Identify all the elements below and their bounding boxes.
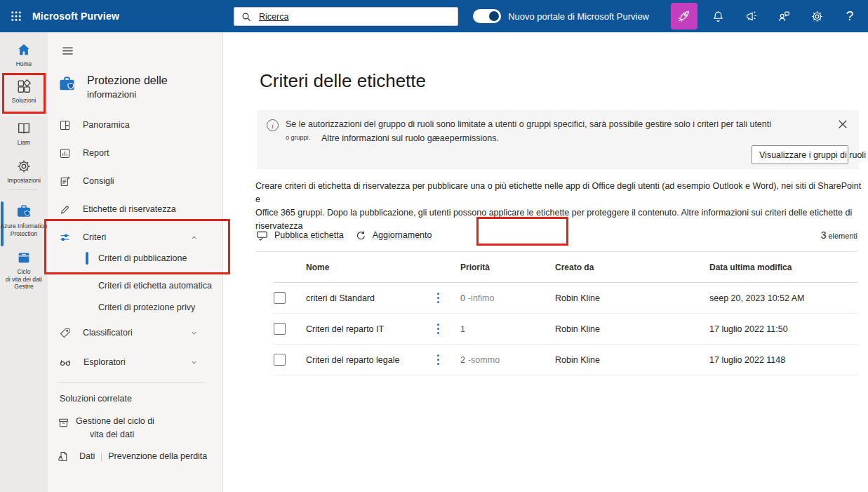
sidebar-item-label: Criteri [83, 232, 106, 242]
view-role-groups-button[interactable]: Visualizzare i gruppi di ruoli [752, 145, 848, 164]
recommendations-icon [59, 175, 71, 187]
created-by: Robin Kline [555, 324, 709, 334]
sidebar-divider [58, 383, 204, 383]
megaphone-icon [745, 10, 758, 23]
banner-text-line2: o gruppi.Altre informazioni sul ruolo gæ… [286, 133, 499, 143]
sidebar-item-gestione-ciclo-vita[interactable]: Gestione del ciclo di vita dei dati [48, 415, 222, 441]
row-actions-icon[interactable] [436, 324, 460, 334]
banner-text-small: o gruppi. [286, 134, 310, 141]
last-modified: seep 20, 2023 10:52 AM [709, 293, 857, 303]
created-by: Robin Kline [555, 355, 709, 365]
rail-item-impostazioni[interactable]: Impostazioni [0, 159, 48, 185]
sidebar-item-criteri-etichetta-automatica[interactable]: Criteri di etichetta automatica [48, 274, 222, 298]
sidebar-item-label: vita dei dati [76, 428, 154, 441]
rail-item-azure-information-protection[interactable]: Azure Information Protection [0, 203, 48, 237]
row-checkbox[interactable] [274, 354, 286, 366]
row-actions-icon[interactable] [436, 293, 460, 303]
sidebar-item-label: Etichette di riservatezza [83, 204, 176, 214]
feedback-button[interactable] [771, 4, 796, 29]
box-icon [16, 250, 32, 265]
sidebar-item-label: Prevenzione della perdita [108, 450, 207, 463]
gear-icon [810, 10, 824, 23]
policy-name[interactable]: Criteri del reparto legale [306, 355, 436, 365]
sidebar-item-classificatori[interactable]: Classificatori [48, 319, 222, 347]
column-header-priorita[interactable]: Priorità [460, 262, 555, 272]
rail-item-soluzioni[interactable]: Soluzioni [0, 79, 48, 105]
chevron-down-icon[interactable] [189, 358, 199, 367]
sidebar-item-label: Criteri di etichetta automatica [98, 281, 212, 291]
policy-name[interactable]: Criteri del reparto IT [306, 324, 436, 334]
sidebar-title: Protezione delle [87, 74, 168, 87]
app-launcher-icon[interactable] [0, 0, 32, 32]
row-checkbox[interactable] [274, 323, 286, 335]
related-solutions-title: Soluzioni correlate [60, 394, 132, 404]
briefcase-shield-icon [58, 74, 76, 93]
settings-button[interactable] [804, 4, 829, 29]
bell-icon [712, 10, 725, 23]
rail-item-label: Protection [0, 230, 48, 238]
toggle-knob [489, 11, 499, 21]
whats-new-button[interactable] [738, 4, 763, 29]
sidebar-item-report[interactable]: Report [48, 139, 222, 167]
feedback-person-icon [777, 10, 791, 23]
publish-label-icon [255, 229, 269, 242]
chevron-down-icon[interactable] [189, 328, 199, 338]
label-pen-icon [59, 204, 71, 215]
help-button[interactable]: ? [837, 4, 862, 29]
rail-divider [10, 190, 38, 190]
sidebar-item-label: Dati [79, 450, 95, 463]
search-icon [241, 11, 252, 22]
last-modified: 17 luglio 2022 1148 [709, 355, 857, 365]
selected-indicator [86, 252, 88, 265]
policies-table: Nome Priorità Creato da Data ultima modi… [274, 252, 857, 375]
rail-item-label: Home [0, 60, 48, 68]
publish-label-button[interactable]: Pubblica etichetta [255, 229, 344, 242]
table-row[interactable]: Criteri del reparto legale 2-sommo Robin… [274, 345, 857, 375]
sidebar-item-label: Esploratori [84, 357, 126, 367]
new-portal-toggle[interactable] [473, 9, 501, 23]
search-placeholder: Ricerca [259, 12, 288, 22]
item-count-suffix: elementi [828, 232, 857, 240]
sidebar-item-label: Consigli [83, 176, 114, 186]
column-header-creato-da[interactable]: Creato da [555, 262, 709, 272]
solutions-icon [16, 79, 32, 94]
sidebar-item-criteri-protezione-privy[interactable]: Criteri di protezione privy [48, 295, 222, 319]
priority-suffix: -sommo [468, 355, 500, 365]
notifications-button[interactable] [705, 4, 730, 29]
chevron-up-icon[interactable] [189, 233, 199, 242]
table-row[interactable]: criteri di Standard 0-infimo Robin Kline… [274, 283, 857, 314]
sidebar-item-label: Criteri di protezione privy [98, 302, 195, 312]
rocket-button[interactable] [671, 3, 697, 29]
policy-name[interactable]: criteri di Standard [306, 293, 436, 303]
sidebar-item-criteri-di-pubblicazione[interactable]: Criteri di pubblicazione [48, 246, 222, 270]
refresh-button[interactable]: Aggiornamento [355, 230, 432, 241]
info-banner: i Se le autorizzazioni del gruppo di ruo… [257, 110, 859, 169]
briefcase-shield-icon [15, 203, 32, 220]
collapse-menu-button[interactable] [58, 41, 77, 60]
item-count: 3elementi [821, 229, 857, 241]
sidebar-item-prevenzione-perdita-dati[interactable]: Dati Prevenzione della perdita [48, 450, 222, 463]
book-icon [16, 121, 32, 136]
page-title: Criteri delle etichette [260, 70, 426, 92]
sidebar-item-consigli[interactable]: Consigli [48, 167, 222, 195]
sidebar-item-etichette-di-riservatezza[interactable]: Etichette di riservatezza [48, 195, 222, 223]
help-icon: ? [846, 8, 854, 24]
sidebar-item-label: Report [83, 148, 109, 158]
table-row[interactable]: Criteri del reparto IT 1 Robin Kline 17 … [274, 314, 857, 345]
search-input[interactable]: Ricerca [234, 7, 458, 26]
refresh-icon [355, 230, 367, 241]
row-actions-icon[interactable] [436, 354, 460, 365]
column-header-nome[interactable]: Nome [306, 262, 436, 272]
brand-title: Microsoft Purview [32, 11, 119, 22]
rail-item-ciclo-di-vita[interactable]: Ciclo di vita dei dati Gestire [0, 250, 48, 291]
row-checkbox[interactable] [274, 292, 286, 304]
new-portal-toggle-label: Nuovo portale di Microsoft Purview [508, 11, 649, 22]
rail-item-home[interactable]: Home [0, 42, 48, 68]
sidebar-item-panoramica[interactable]: Panoramica [48, 111, 222, 139]
sidebar-item-esploratori[interactable]: Esploratori [48, 348, 222, 376]
created-by: Robin Kline [555, 293, 709, 303]
close-icon[interactable] [838, 119, 849, 131]
column-header-data-ultima-modifica[interactable]: Data ultima modifica [709, 262, 857, 272]
rail-item-liam[interactable]: Liam [0, 121, 48, 147]
publish-label-text: Pubblica etichetta [274, 230, 344, 240]
